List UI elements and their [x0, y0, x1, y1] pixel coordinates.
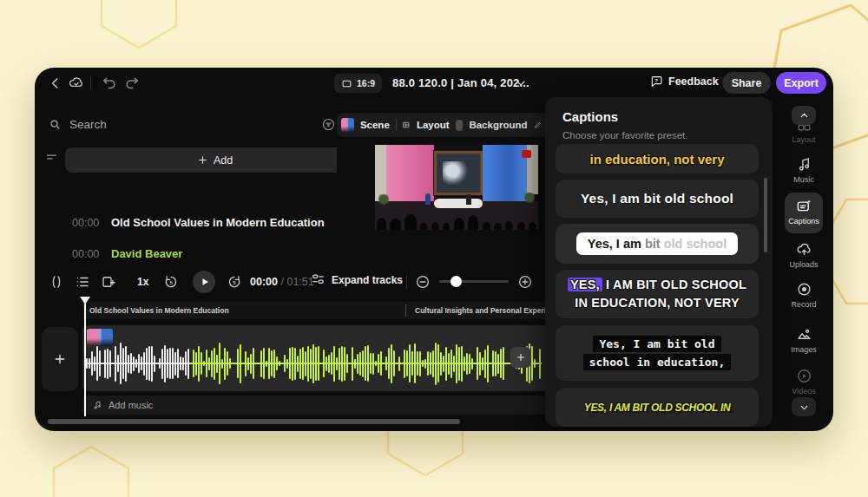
- audience-silhouettes: [375, 208, 538, 230]
- plus-icon: [516, 352, 526, 363]
- play-button[interactable]: [193, 271, 215, 293]
- videos-icon: [796, 368, 812, 384]
- feedback-label: Feedback: [668, 75, 719, 88]
- back-icon[interactable]: [47, 75, 64, 92]
- sidebar-item-captions[interactable]: Captions: [783, 198, 825, 226]
- sidebar-scroll-down-button[interactable]: [792, 397, 816, 416]
- guest-figure: [466, 194, 471, 205]
- sidebar-scroll-up-button[interactable]: [792, 106, 816, 125]
- share-button[interactable]: Share: [722, 72, 771, 94]
- host-figure: [425, 193, 431, 205]
- caption-preset-comic-italic[interactable]: YES, I AM BIT OLD SCHOOL IN: [556, 388, 759, 427]
- expand-tracks-label: Expand tracks: [332, 274, 403, 286]
- cloud-sync-icon[interactable]: [68, 75, 85, 92]
- chevron-down-icon: [799, 402, 810, 413]
- forward-5-icon[interactable]: 5: [227, 274, 242, 290]
- preset-text: Yes, I am bit old school: [581, 191, 733, 206]
- layout-icon[interactable]: [402, 119, 410, 131]
- sidebar-item-record[interactable]: Record: [783, 281, 825, 309]
- search-placeholder: Search: [69, 118, 107, 131]
- tab-background[interactable]: Background: [469, 120, 527, 130]
- chapter-segment-1[interactable]: Old School Values in Modern Education: [89, 306, 229, 315]
- current-time: 00:00: [250, 276, 278, 288]
- caption-preset-bold-white[interactable]: Yes, I am bit old school: [556, 180, 759, 218]
- upload-cloud-icon: [796, 241, 812, 258]
- zoom-in-icon[interactable]: [517, 274, 533, 290]
- right-sidebar: Layout Music Captions Uploads Record: [774, 99, 833, 431]
- add-music-row[interactable]: Add music: [82, 396, 545, 415]
- music-icon: [796, 156, 812, 173]
- playback-speed[interactable]: 1x: [137, 276, 148, 288]
- preset-line-1: Yes, I am bit old: [593, 336, 720, 352]
- audio-waveform: [86, 337, 542, 389]
- sidebar-item-music[interactable]: Music: [783, 156, 825, 184]
- preset-line-2: IN EDUCATION, NOT VERY: [575, 294, 740, 312]
- add-label: Add: [214, 154, 233, 167]
- zoom-out-icon[interactable]: [415, 274, 431, 290]
- chapter-strip: Old School Values in Modern Education Cu…: [82, 302, 545, 319]
- time-separator: /: [280, 276, 283, 288]
- tab-layout[interactable]: Layout: [417, 120, 450, 130]
- undo-icon[interactable]: [101, 75, 118, 92]
- sidebar-item-images[interactable]: Images: [783, 326, 825, 354]
- top-bar: 16:9 88.0 120.0 | Jan 04, 202... ? Feedb…: [35, 68, 833, 99]
- clip-thumbnail[interactable]: [87, 329, 113, 346]
- playhead-line[interactable]: [84, 304, 86, 416]
- tab-scene[interactable]: Scene: [360, 120, 390, 130]
- chapter-timestamp: 00:00: [72, 217, 99, 229]
- video-preview[interactable]: [375, 145, 538, 230]
- scene-thumbnail[interactable]: [341, 118, 354, 132]
- preset-text: in education, not very: [589, 152, 724, 167]
- record-icon: [796, 281, 812, 298]
- insert-clip-button[interactable]: [510, 347, 531, 368]
- plant-left: [378, 194, 389, 206]
- plant-right: [524, 193, 535, 205]
- horizontal-scrollbar[interactable]: [48, 419, 460, 424]
- plus-icon: [53, 352, 67, 366]
- captions-panel: Captions Choose your favorite preset. in…: [545, 97, 773, 427]
- project-meta[interactable]: 88.0 120.0 | Jan 04, 202...: [392, 76, 529, 89]
- edit-pencil-icon[interactable]: [534, 119, 542, 131]
- studio-blue-panel: [483, 145, 527, 208]
- aspect-ratio-button[interactable]: 16:9: [334, 74, 382, 93]
- sidebar-item-videos[interactable]: Videos: [783, 368, 825, 396]
- background-swatch[interactable]: [456, 120, 464, 131]
- add-track-icon[interactable]: [101, 274, 116, 290]
- play-icon: [200, 277, 210, 287]
- filter-icon[interactable]: [321, 117, 336, 132]
- timeline-zoom-slider[interactable]: [439, 280, 509, 283]
- sidebar-item-uploads[interactable]: Uploads: [783, 241, 825, 269]
- caption-preset-monospace[interactable]: Yes, I am bit old school in education,: [556, 325, 759, 381]
- chapter-segment-2[interactable]: Cultural Insights and Personal Experienc…: [415, 306, 545, 315]
- app-canvas: 16:9 88.0 120.0 | Jan 04, 202... ? Feedb…: [0, 0, 868, 497]
- speaker-name[interactable]: David Beaver: [111, 247, 182, 260]
- text-align-icon[interactable]: [45, 151, 58, 164]
- search-input[interactable]: Search: [49, 118, 107, 131]
- chapter-title[interactable]: Old School Values in Modern Education: [111, 216, 325, 229]
- tracks-icon: [311, 272, 326, 287]
- search-icon: [49, 118, 62, 131]
- add-track-button[interactable]: [42, 327, 78, 391]
- list-view-icon[interactable]: [75, 274, 90, 290]
- caption-preset-karaoke-highlight[interactable]: YES, I AM BIT OLD SCHOOL IN EDUCATION, N…: [556, 270, 759, 318]
- sidebar-label: Images: [791, 345, 817, 354]
- images-icon: [796, 326, 812, 343]
- zoom-slider-thumb[interactable]: [450, 276, 462, 287]
- caption-preset-yellow-outline[interactable]: in education, not very: [556, 144, 759, 173]
- feedback-button[interactable]: ? Feedback: [649, 75, 719, 88]
- music-note-icon: [92, 400, 102, 410]
- rewind-5-icon[interactable]: 5: [163, 274, 179, 290]
- split-clip-icon[interactable]: [49, 274, 64, 290]
- expand-tracks-button[interactable]: Expand tracks: [311, 272, 403, 287]
- preset-line-1: YES, I AM BIT OLD SCHOOL: [568, 276, 746, 294]
- panel-scrollbar[interactable]: [764, 178, 767, 252]
- audio-track[interactable]: [82, 325, 545, 391]
- chapter-divider: [405, 304, 406, 317]
- caption-preset-white-pill[interactable]: Yes, I am bit old school: [556, 224, 759, 264]
- add-transcript-button[interactable]: Add: [65, 147, 337, 173]
- export-button[interactable]: Export: [776, 72, 826, 94]
- editor-window: 16:9 88.0 120.0 | Jan 04, 202... ? Feedb…: [35, 68, 833, 431]
- sidebar-label: Uploads: [789, 260, 818, 269]
- chevron-down-icon[interactable]: [514, 76, 528, 90]
- redo-icon[interactable]: [123, 75, 141, 92]
